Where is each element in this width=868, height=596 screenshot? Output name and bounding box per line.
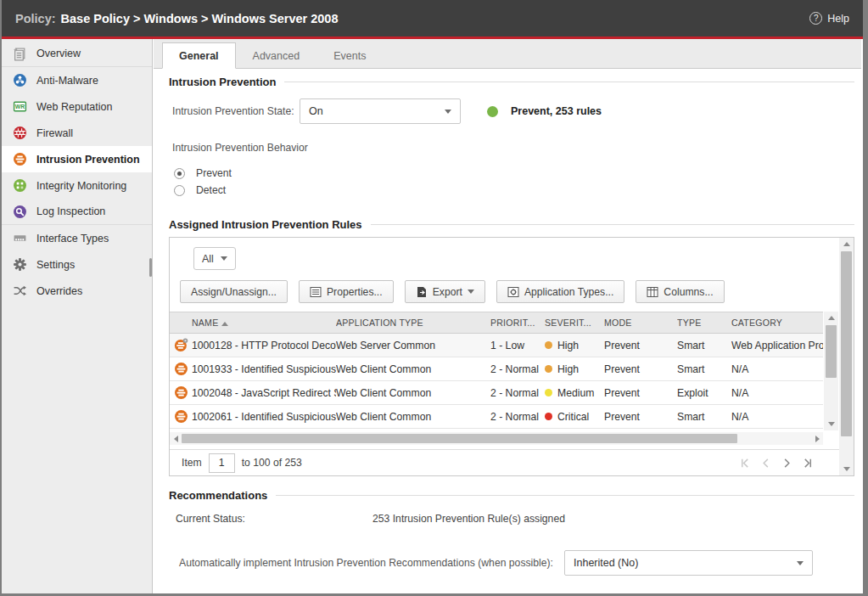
sidebar-item-intrusion-prevention[interactable]: Intrusion Prevention — [2, 146, 152, 172]
sidebar-item-settings[interactable]: Settings — [2, 251, 152, 278]
scroll-up-icon[interactable] — [824, 312, 838, 324]
state-select[interactable]: On — [300, 98, 461, 124]
radio-prevent-control[interactable] — [174, 168, 185, 179]
sidebar-item-label: Settings — [36, 259, 75, 271]
auto-implement-select[interactable]: Inherited (No) — [564, 550, 813, 576]
sidebar-item-interface-types[interactable]: Interface Types — [2, 225, 152, 251]
table-row[interactable]: 1002048 - JavaScript Redirect S... Web C… — [170, 381, 823, 405]
table-row[interactable]: 1001933 - Identified Suspicious... Web C… — [170, 357, 823, 381]
col-name[interactable]: NAME — [192, 318, 336, 328]
assign-unassign-button[interactable]: Assign/Unassign... — [180, 280, 288, 303]
horizontal-scrollbar-thumb[interactable] — [182, 434, 737, 443]
rule-type: Exploit — [677, 387, 731, 399]
scroll-down-icon[interactable] — [824, 418, 838, 430]
col-type[interactable]: TYPE — [677, 318, 731, 328]
columns-label: Columns... — [664, 286, 713, 298]
table-vertical-scrollbar[interactable] — [824, 312, 838, 430]
section-rule — [371, 224, 854, 225]
rule-name: 1002061 - Identified Suspicious... — [192, 411, 336, 423]
sidebar-item-overview[interactable]: Overview — [2, 41, 152, 67]
tab-advanced[interactable]: Advanced — [236, 42, 317, 69]
state-select-value: On — [309, 105, 323, 117]
panel-vertical-scrollbar[interactable] — [839, 238, 854, 475]
properties-button[interactable]: Properties... — [299, 280, 394, 303]
first-page-icon[interactable] — [739, 458, 750, 469]
intrusion-prevention-icon — [13, 152, 27, 166]
item-input[interactable] — [209, 453, 235, 473]
filter-dropdown[interactable]: All — [193, 247, 236, 270]
rule-mode: Prevent — [604, 340, 677, 351]
behavior-label: Intrusion Prevention Behavior — [172, 142, 854, 154]
table-row[interactable]: 1000128 - HTTP Protocol Decod... Web Ser… — [170, 334, 823, 357]
help-button[interactable]: ? Help — [809, 12, 849, 25]
sidebar-item-integrity-monitoring[interactable]: Integrity Monitoring — [2, 172, 152, 199]
col-priority[interactable]: PRIORIT... — [490, 318, 545, 328]
rule-priority: 2 - Normal — [490, 387, 545, 399]
table-row[interactable]: 1002061 - Identified Suspicious... Web C… — [170, 405, 823, 429]
sidebar-item-overrides[interactable]: Overrides — [2, 278, 152, 304]
tab-events[interactable]: Events — [316, 42, 383, 69]
rule-icon-cell — [170, 409, 192, 424]
sidebar-item-label: Integrity Monitoring — [36, 180, 126, 192]
rule-app-type: Web Client Common — [336, 363, 490, 375]
range-text: to 100 of 253 — [242, 457, 302, 469]
col-mode[interactable]: MODE — [604, 318, 677, 328]
panel-scrollbar-thumb[interactable] — [841, 251, 852, 436]
table-scrollbar-thumb[interactable] — [826, 325, 837, 378]
sidebar-item-label: Intrusion Prevention — [36, 154, 140, 166]
table-horizontal-scrollbar[interactable] — [170, 432, 823, 445]
application-types-label: Application Types... — [524, 286, 613, 298]
sidebar-item-anti-malware[interactable]: Anti-Malware — [2, 67, 152, 93]
scroll-down-icon[interactable] — [839, 463, 854, 475]
assign-unassign-label: Assign/Unassign... — [191, 286, 277, 298]
radio-prevent[interactable]: Prevent — [174, 165, 854, 182]
scroll-up-icon[interactable] — [839, 238, 854, 250]
section-assigned-rules: Assigned Intrusion Prevention Rules — [169, 218, 854, 231]
radio-prevent-label: Prevent — [196, 167, 232, 179]
help-icon: ? — [809, 12, 822, 25]
rule-priority: 2 - Normal — [490, 363, 545, 375]
rule-type: Smart — [677, 340, 731, 351]
columns-button[interactable]: Columns... — [636, 280, 724, 303]
chevron-down-icon — [445, 110, 451, 114]
application-types-button[interactable]: Application Types... — [496, 280, 624, 303]
severity-dot — [545, 413, 552, 420]
section-rule — [276, 495, 854, 496]
chevron-down-icon — [221, 256, 227, 261]
columns-icon — [647, 286, 658, 298]
auto-implement-value: Inherited (No) — [574, 557, 638, 569]
tab-general[interactable]: General — [162, 42, 236, 69]
log-inspection-icon — [13, 205, 27, 219]
properties-label: Properties... — [327, 286, 383, 298]
export-button[interactable]: Export — [405, 280, 485, 303]
export-label: Export — [433, 286, 462, 298]
sidebar-item-web-reputation[interactable]: WR Web Reputation — [2, 93, 152, 120]
scroll-left-icon[interactable] — [170, 432, 182, 445]
radio-detect-control[interactable] — [174, 185, 185, 196]
last-page-icon[interactable] — [803, 458, 814, 469]
current-status-row: Current Status: 253 Intrusion Prevention… — [176, 513, 854, 525]
rule-mode: Prevent — [604, 411, 677, 423]
svg-text:WR: WR — [15, 104, 25, 110]
col-category[interactable]: CATEGORY — [731, 318, 823, 328]
radio-detect[interactable]: Detect — [174, 182, 854, 199]
sidebar-item-label: Interface Types — [36, 233, 109, 245]
firewall-icon — [13, 126, 27, 140]
sidebar-scrollbar-thumb[interactable] — [149, 258, 152, 277]
intrusion-rule-icon — [174, 409, 188, 424]
section-title: Assigned Intrusion Prevention Rules — [169, 218, 362, 231]
col-application-type[interactable]: APPLICATION TYPE — [336, 318, 490, 328]
col-severity[interactable]: SEVERIT... — [545, 318, 604, 328]
next-page-icon[interactable] — [781, 458, 792, 469]
title-prefix: Policy: — [15, 12, 56, 25]
table-header-row: NAME APPLICATION TYPE PRIORIT... SEVERIT… — [170, 312, 823, 334]
sidebar-item-firewall[interactable]: Firewall — [2, 120, 152, 146]
item-label: Item — [182, 457, 202, 469]
prev-page-icon[interactable] — [760, 458, 771, 469]
rule-category: N/A — [731, 387, 823, 399]
rule-severity: Critical — [545, 411, 604, 423]
general-tab-content: Intrusion Prevention Intrusion Preventio… — [154, 69, 861, 593]
sidebar-item-log-inspection[interactable]: Log Inspection — [2, 199, 152, 225]
rule-type: Smart — [677, 411, 731, 423]
scroll-right-icon[interactable] — [811, 432, 823, 445]
